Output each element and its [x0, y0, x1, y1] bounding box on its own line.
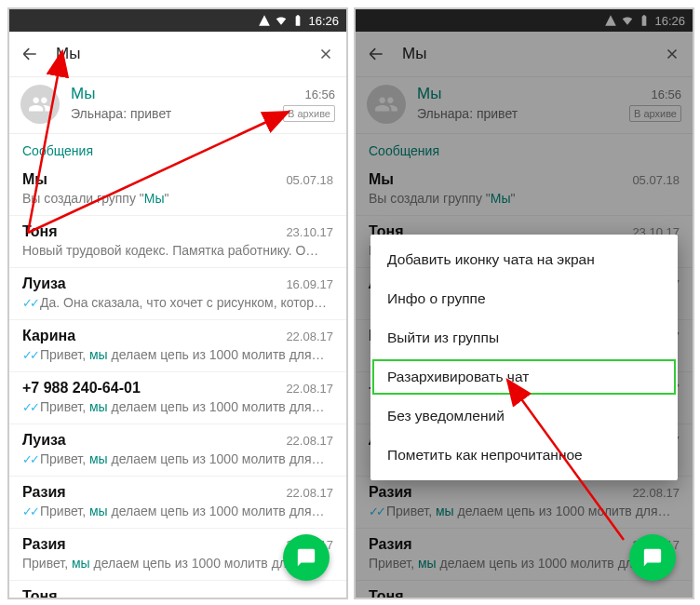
- battery-icon: [291, 14, 304, 27]
- chat-preview: Вы создали группу "Мы": [369, 191, 680, 206]
- chat-name: Луиза: [22, 432, 66, 449]
- signal-icon: [604, 14, 617, 27]
- chat-name: +7 988 240-64-01: [22, 380, 141, 397]
- wifi-icon: [275, 14, 288, 27]
- archived-chat-result[interactable]: Мы 16:56 Эльнара: привет В архиве: [9, 77, 346, 134]
- pinned-message: Эльнара: привет: [417, 106, 629, 121]
- group-avatar: [20, 85, 60, 124]
- context-menu: Добавить иконку чата на экранИнфо о груп…: [370, 235, 678, 480]
- status-time: 16:26: [308, 14, 339, 28]
- group-avatar: [367, 85, 406, 124]
- chat-row[interactable]: ТоняНЕ ДУМАЙ О ПЛОХОМ — ЗАБОЛЕЕШЬ На Вос…: [9, 581, 346, 599]
- chat-name: Мы: [369, 171, 394, 188]
- chat-date: 22.08.17: [286, 434, 333, 448]
- chat-name: Тоня: [22, 223, 58, 240]
- chat-date: 22.08.17: [286, 486, 333, 500]
- search-bar: Мы: [9, 32, 346, 77]
- chat-name: Разия: [369, 536, 412, 553]
- screenshot-right: 16:26 Мы Мы 16:56 Эльнара: привет В архи…: [354, 7, 694, 599]
- chat-row[interactable]: ТоняНЕ ДУМАЙ О ПЛОХОМ — ЗАБОЛЕЕШЬ На Вос…: [356, 581, 693, 599]
- chat-name: Луиза: [22, 276, 66, 292]
- chat-date: 23.10.17: [286, 225, 333, 239]
- chat-preview: ✓✓Привет, мы делаем цепь из 1000 молитв …: [22, 504, 333, 518]
- search-query[interactable]: Мы: [56, 45, 80, 63]
- status-time: 16:26: [654, 14, 685, 28]
- chat-name: Тоня: [369, 588, 404, 599]
- chat-name: Разия: [22, 484, 66, 501]
- chat-row[interactable]: Разия22.08.17✓✓Привет, мы делаем цепь из…: [356, 477, 693, 529]
- new-chat-fab[interactable]: [283, 534, 330, 581]
- chat-preview: Вы создали группу "Мы": [22, 191, 333, 206]
- menu-item[interactable]: Добавить иконку чата на экран: [370, 240, 678, 279]
- chat-name: Мы: [22, 171, 47, 188]
- pinned-time: 16:56: [651, 87, 681, 101]
- menu-item[interactable]: Выйти из группы: [370, 318, 678, 357]
- menu-item[interactable]: Без уведомлений: [370, 397, 678, 436]
- chat-row[interactable]: Карина22.08.17✓✓Привет, мы делаем цепь и…: [9, 320, 346, 372]
- archive-badge: В архиве: [629, 105, 681, 122]
- wifi-icon: [621, 14, 634, 27]
- chat-row[interactable]: Луиза16.09.17✓✓Да. Она сказала, что хоче…: [9, 268, 346, 320]
- back-icon[interactable]: [367, 45, 385, 63]
- menu-item[interactable]: Инфо о группе: [370, 279, 678, 318]
- chat-name: Карина: [22, 328, 75, 344]
- chat-date: 16.09.17: [286, 277, 333, 291]
- chat-name: Тоня: [22, 588, 58, 599]
- chat-row[interactable]: Мы05.07.18Вы создали группу "Мы": [9, 164, 346, 216]
- chat-name: Разия: [369, 484, 412, 501]
- screenshot-left: 16:26 Мы Мы 16:56 Эльнара: привет В архи…: [7, 7, 348, 599]
- search-bar: Мы: [356, 32, 693, 77]
- archive-badge: В архиве: [283, 105, 335, 122]
- close-icon[interactable]: [663, 45, 681, 63]
- chat-date: 05.07.18: [286, 173, 333, 187]
- chat-preview: ✓✓Привет, мы делаем цепь из 1000 молитв …: [22, 399, 333, 414]
- menu-item[interactable]: Пометить как непрочитанное: [370, 436, 678, 475]
- status-bar: 16:26: [356, 9, 693, 32]
- chat-preview: Новый трудовой кодекс. Памятка работнику…: [22, 243, 333, 258]
- pinned-name: Мы: [71, 85, 95, 103]
- chat-preview: ✓✓Привет, мы делаем цепь из 1000 молитв …: [22, 347, 333, 362]
- chat-row[interactable]: Тоня23.10.17Новый трудовой кодекс. Памят…: [9, 216, 346, 268]
- battery-icon: [638, 14, 651, 27]
- chat-row[interactable]: Мы05.07.18Вы создали группу "Мы": [356, 164, 693, 216]
- section-header: Сообщения: [9, 134, 346, 164]
- pinned-name: Мы: [417, 85, 441, 103]
- chat-list: Мы05.07.18Вы создали группу "Мы"Тоня23.1…: [9, 164, 346, 599]
- signal-icon: [258, 14, 271, 27]
- chat-preview: ✓✓Да. Она сказала, что хочет с рисунком,…: [22, 295, 333, 310]
- close-icon[interactable]: [316, 45, 335, 63]
- chat-row[interactable]: Луиза22.08.17✓✓Привет, мы делаем цепь из…: [9, 424, 346, 477]
- status-bar: 16:26: [9, 9, 346, 32]
- chat-date: 22.08.17: [632, 486, 680, 500]
- search-query[interactable]: Мы: [402, 45, 426, 63]
- chat-date: 05.07.18: [632, 173, 680, 187]
- back-icon[interactable]: [20, 45, 39, 63]
- chat-preview: ✓✓Привет, мы делаем цепь из 1000 молитв …: [22, 451, 333, 466]
- chat-date: 22.08.17: [286, 382, 333, 396]
- archived-chat-result[interactable]: Мы 16:56 Эльнара: привет В архиве: [356, 77, 693, 134]
- section-header: Сообщения: [356, 134, 693, 164]
- pinned-time: 16:56: [304, 87, 335, 101]
- chat-row[interactable]: Разия22.08.17✓✓Привет, мы делаем цепь из…: [9, 477, 346, 529]
- chat-date: 22.08.17: [286, 329, 333, 343]
- new-chat-fab[interactable]: [629, 534, 676, 581]
- pinned-message: Эльнара: привет: [71, 106, 283, 121]
- chat-name: Разия: [22, 536, 66, 553]
- chat-preview: ✓✓Привет, мы делаем цепь из 1000 молитв …: [369, 504, 680, 518]
- menu-item[interactable]: Разархивировать чат: [370, 357, 678, 397]
- chat-row[interactable]: +7 988 240-64-0122.08.17✓✓Привет, мы дел…: [9, 372, 346, 424]
